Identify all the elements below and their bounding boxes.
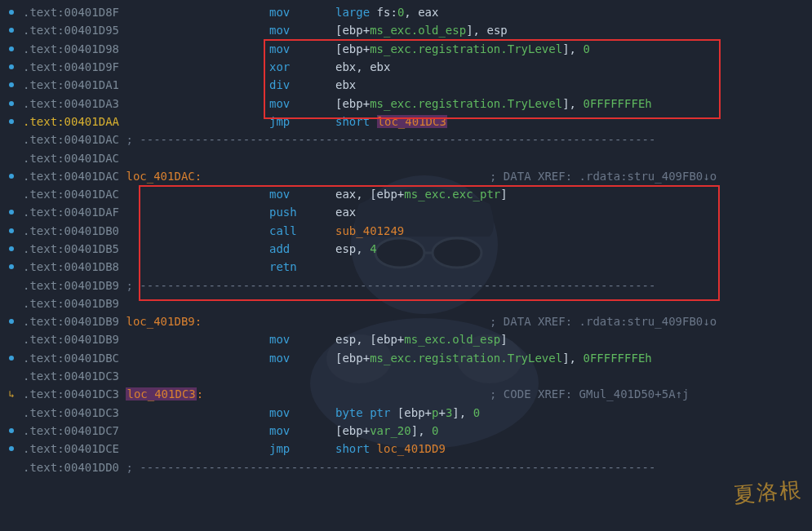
address[interactable]: .text:00401D98 [23,42,119,55]
address[interactable]: .text:00401DA1 [23,78,119,91]
code-line[interactable]: .text:00401DB5addesp, 4 [0,240,812,258]
code-line[interactable]: .text:00401DC7mov[ebp+var_20], 0 [0,422,812,440]
code-line[interactable]: .text:00401DD0 ; -----------------------… [0,458,812,476]
operands: ebx, ebx [335,60,390,73]
address[interactable]: .text:00401DB5 [23,242,119,255]
gutter [0,356,23,361]
mnemonic: mov [269,352,290,365]
address[interactable]: .text:00401D9F [23,60,119,73]
breakpoint-dot-icon [9,46,14,51]
operands: large fs:0, eax [335,6,438,19]
address[interactable]: .text:00401DC3 [23,387,119,400]
operands: [ebp+ms_exc.registration.TryLevel], 0 [335,42,590,55]
code-line[interactable]: .text:00401DA3mov[ebp+ms_exc.registratio… [0,94,812,112]
code-line[interactable]: .text:00401DA1divebx [0,76,812,94]
breakpoint-dot-icon [9,64,14,69]
address[interactable]: .text:00401D8F [23,6,119,19]
breakpoint-dot-icon [9,174,14,179]
address[interactable]: .text:00401DB9 [23,279,119,292]
breakpoint-dot-icon [9,82,14,87]
xref-comment[interactable]: ; DATA XREF: .rdata:stru_409FB0↓o [490,170,717,183]
address[interactable]: .text:00401DA3 [23,97,119,110]
address[interactable]: .text:00401DAF [23,206,119,219]
code-line[interactable]: .text:00401DAC [0,148,812,166]
address[interactable]: .text:00401DC3 [23,369,119,383]
operands: byte ptr [ebp+p+3], 0 [335,406,480,419]
separator-line: ; --------------------------------------… [119,133,655,146]
gutter [0,174,23,179]
gutter [0,64,23,69]
code-line[interactable]: .text:00401D98mov[ebp+ms_exc.registratio… [0,40,812,58]
address[interactable]: .text:00401DCE [23,442,119,455]
mnemonic: mov [269,24,290,37]
breakpoint-dot-icon [9,228,14,233]
code-line[interactable]: .text:00401DCEjmpshort loc_401DD9 [0,440,812,458]
mnemonic: mov [269,333,290,346]
code-line[interactable]: .text:00401D9Fxorebx, ebx [0,58,812,76]
code-line[interactable]: .text:00401DB9 [0,294,812,312]
breakpoint-dot-icon [9,210,14,215]
operands: [ebp+ms_exc.registration.TryLevel], 0FFF… [335,97,652,110]
address[interactable]: .text:00401DB9 [23,315,119,328]
address[interactable]: .text:00401DAC [23,133,119,146]
code-line[interactable]: .text:00401DAFpusheax [0,203,812,221]
gutter [0,82,23,87]
address[interactable]: .text:00401DB9 [23,333,119,346]
code-line[interactable]: .text:00401DBCmov[ebp+ms_exc.registratio… [0,349,812,367]
address[interactable]: .text:00401DAC [23,188,119,201]
address[interactable]: .text:00401DB8 [23,260,119,273]
code-line[interactable]: .text:00401DB9movesp, [ebp+ms_exc.old_es… [0,330,812,348]
breakpoint-dot-icon [9,428,14,433]
gutter [0,428,23,433]
gutter [0,101,23,106]
gutter [0,264,23,269]
code-label[interactable]: loc_401DAC: [126,170,202,183]
code-line[interactable]: .text:00401DC3movbyte ptr [ebp+p+3], 0 [0,404,812,422]
operands: eax, [ebp+ms_exc.exc_ptr] [335,188,508,201]
mnemonic: mov [269,424,290,437]
mnemonic: mov [269,6,290,19]
code-line[interactable]: .text:00401DAC ; -----------------------… [0,131,812,148]
operands: eax [335,206,356,219]
code-label[interactable]: loc_401DB9: [126,315,202,328]
breakpoint-dot-icon [9,446,14,451]
address[interactable]: .text:00401DBC [23,352,119,365]
operands: short loc_401DD9 [335,442,446,455]
mnemonic: div [269,78,290,91]
code-line[interactable]: .text:00401DB8retn [0,258,812,276]
mnemonic: mov [269,406,290,419]
operands: short loc_401DC3 [335,115,447,128]
xref-comment[interactable]: ; CODE XREF: GMul_401D50+5A↑j [490,387,689,400]
code-line[interactable]: .text:00401DC3 [0,367,812,385]
code-line[interactable]: .text:00401D8Fmovlarge fs:0, eax [0,3,812,21]
address[interactable]: .text:00401DB9 [23,297,119,310]
xref-comment[interactable]: ; DATA XREF: .rdata:stru_409FB0↓o [490,315,717,328]
breakpoint-dot-icon [9,10,14,15]
mnemonic: call [269,224,297,237]
address[interactable]: .text:00401DC3 [23,406,119,419]
code-line[interactable]: .text:00401DB9 loc_401DB9:; DATA XREF: .… [0,312,812,330]
code-line[interactable]: .text:00401DAC loc_401DAC:; DATA XREF: .… [0,167,812,185]
code-line[interactable]: .text:00401D95mov[ebp+ms_exc.old_esp], e… [0,21,812,39]
mnemonic: mov [269,97,290,110]
mnemonic: mov [269,188,290,201]
address[interactable]: .text:00401DAC [23,170,119,183]
code-line[interactable]: .text:00401DAAjmpshort loc_401DC3 [0,113,812,131]
code-label-highlighted[interactable]: loc_401DC3 [126,387,196,400]
address[interactable]: .text:00401DC7 [23,424,119,437]
code-line[interactable]: .text:00401DB0callsub_401249 [0,222,812,240]
mnemonic: mov [269,42,290,55]
disassembly-listing[interactable]: .text:00401D8Fmovlarge fs:0, eax.text:00… [0,0,812,476]
code-line[interactable]: .text:00401DB9 ; -----------------------… [0,276,812,294]
address[interactable]: .text:00401D95 [23,24,119,37]
code-line[interactable]: .text:00401DACmoveax, [ebp+ms_exc.exc_pt… [0,185,812,203]
breakpoint-dot-icon [9,101,14,106]
code-line[interactable]: ↳.text:00401DC3 loc_401DC3:; CODE XREF: … [0,385,812,403]
operands: [ebp+var_20], 0 [335,424,438,437]
address[interactable]: .text:00401DD0 [23,461,119,474]
breakpoint-dot-icon [9,319,14,324]
address[interactable]: .text:00401DAC [23,152,119,165]
address[interactable]: .text:00401DAA [23,115,119,128]
address[interactable]: .text:00401DB0 [23,224,119,237]
watermark-text: 夏洛根 [733,475,804,509]
